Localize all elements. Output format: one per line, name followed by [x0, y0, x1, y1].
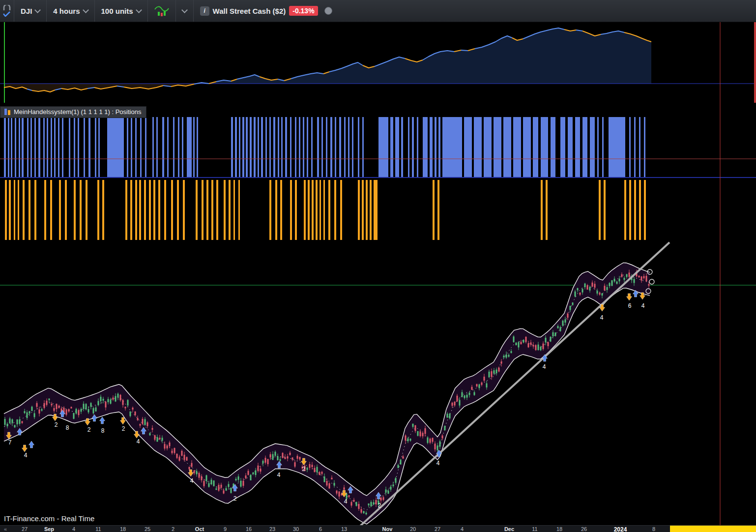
trade-count-label: 4	[600, 314, 604, 321]
platform-logo-icon	[3, 5, 11, 10]
axis-tick: 20	[410, 526, 416, 532]
trade-count-label: 4	[436, 460, 440, 467]
axis-tick: 9	[224, 526, 227, 532]
time-axis[interactable]: «27Sep41118252Oct9162330613Nov20274Dec11…	[0, 525, 756, 532]
chart-type-button[interactable]	[148, 0, 176, 22]
equity-panel	[0, 22, 756, 103]
axis-tick: 16	[246, 526, 252, 532]
axis-tick: 2	[172, 526, 174, 532]
symbol-label: DJI	[21, 7, 32, 15]
check-icon	[3, 11, 11, 17]
axis-tick: 4	[72, 526, 75, 532]
positions-legend-label: MeinHandelssystem(1) (1 1 1 1 1) : Posit…	[14, 108, 141, 116]
trend-line	[351, 242, 669, 532]
trade-count-label: 2	[55, 421, 58, 428]
chevron-down-icon	[136, 7, 142, 13]
chart-type-dropdown[interactable]	[176, 0, 194, 22]
trade-count-label: 2	[233, 495, 237, 502]
trade-count-label: 7	[8, 439, 12, 446]
trade-count-label: 4	[277, 472, 281, 478]
axis-tick: 25	[145, 526, 150, 532]
axis-tick: 6	[319, 526, 322, 532]
axis-tick: 2024	[614, 526, 627, 532]
trade-count-label: 8	[66, 424, 69, 431]
trade-count-label: 6	[628, 302, 632, 309]
trade-count-label: 2	[302, 466, 306, 473]
price-panel: 7428282442424244464	[0, 22, 756, 532]
trade-count-label: 4	[137, 438, 140, 445]
axis-tick: «	[4, 526, 7, 532]
charts-canvas[interactable]: 7428282442424244464	[0, 0, 756, 532]
trade-count-label: 2	[122, 425, 125, 432]
trade-arrow-up-icon	[100, 417, 105, 424]
trade-arrow-down-icon	[627, 294, 632, 300]
axis-tick: 13	[341, 526, 347, 532]
axis-tick: 27	[22, 526, 28, 532]
signal-circle-icon	[649, 279, 654, 284]
app-logo	[0, 0, 14, 22]
timeframe-label: 4 hours	[53, 7, 80, 15]
axis-tick: 26	[581, 526, 587, 532]
axis-tick: Nov	[382, 526, 393, 532]
trade-count-label: 4	[190, 477, 194, 484]
axis-tick: Dec	[504, 526, 514, 532]
trade-count-label: 4	[543, 363, 546, 370]
axis-tick: 4	[461, 526, 464, 532]
trade-count-label: 2	[87, 426, 91, 433]
record-toggle[interactable]	[324, 7, 332, 15]
positions-legend: MeinHandelssystem(1) (1 1 1 1 1) : Posit…	[0, 106, 146, 118]
toolbar: DJI 4 hours 100 units i Wall Street Cash…	[0, 0, 756, 22]
right-edge-marker	[754, 22, 756, 103]
symbol-select[interactable]: DJI	[14, 0, 47, 22]
axis-tick: 30	[293, 526, 299, 532]
data-source-label: IT-Finance.com - Real Time	[4, 514, 94, 523]
trading-app-window: DJI 4 hours 100 units i Wall Street Cash…	[0, 0, 756, 532]
positions-legend-icon	[4, 109, 10, 115]
axis-tick: Sep	[44, 526, 54, 532]
axis-highlight-badge	[670, 526, 756, 532]
trade-count-label: 4	[344, 498, 348, 505]
axis-tick: 18	[120, 526, 126, 532]
trade-count-label: 2	[378, 502, 381, 509]
daily-change-badge: -0.13%	[289, 6, 318, 16]
info-icon[interactable]: i	[200, 6, 209, 16]
chevron-down-icon	[181, 7, 188, 13]
axis-tick: 11	[95, 526, 101, 532]
axis-tick: 8	[652, 526, 655, 532]
trade-count-label: 4	[24, 452, 28, 459]
axis-tick: Oct	[195, 526, 204, 532]
chevron-down-icon	[34, 7, 41, 13]
trade-count-label: 8	[101, 427, 105, 434]
axis-tick: 27	[435, 526, 440, 532]
trade-arrow-down-icon	[22, 445, 28, 452]
trade-count-label: 4	[641, 302, 645, 309]
timeframe-select[interactable]: 4 hours	[47, 0, 94, 22]
axis-tick: 11	[532, 526, 537, 532]
instrument-label: Wall Street Cash ($2)	[213, 7, 286, 15]
axis-tick: 23	[269, 526, 275, 532]
trade-arrow-up-icon	[29, 441, 34, 448]
axis-tick: 18	[556, 526, 562, 532]
units-label: 100 units	[101, 7, 133, 15]
positions-panel	[0, 117, 756, 240]
chevron-down-icon	[83, 7, 89, 13]
chart-type-icon	[154, 5, 169, 17]
units-select[interactable]: 100 units	[95, 0, 148, 22]
instrument-group: i Wall Street Cash ($2) -0.13%	[194, 0, 339, 22]
